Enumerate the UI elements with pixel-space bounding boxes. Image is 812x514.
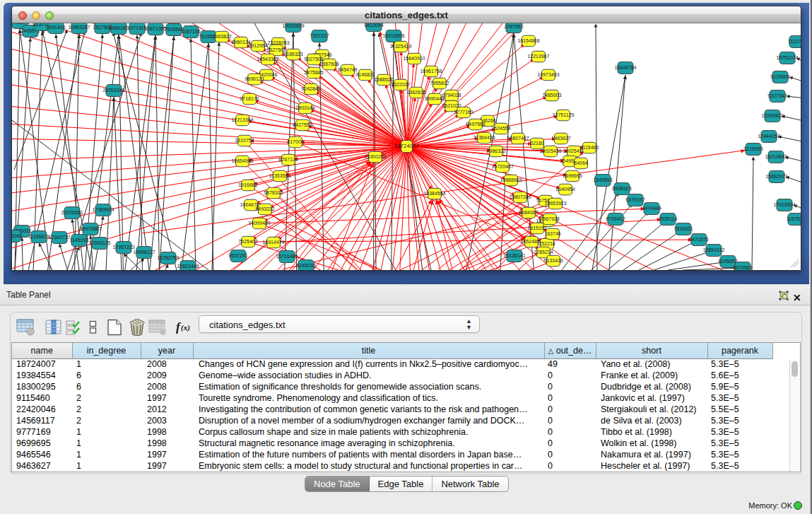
svg-text:16648784: 16648784 <box>614 65 636 70</box>
svg-text:10033809: 10033809 <box>282 23 304 28</box>
svg-text:7625402: 7625402 <box>238 239 257 244</box>
svg-text:11353594: 11353594 <box>269 173 291 178</box>
svg-text:12093872: 12093872 <box>761 113 783 118</box>
svg-text:7986322: 7986322 <box>486 148 505 153</box>
svg-text:12213369: 12213369 <box>231 117 253 122</box>
svg-text:17957223: 17957223 <box>112 245 134 250</box>
svg-text:18653923: 18653923 <box>544 201 566 206</box>
svg-text:8186323: 8186323 <box>283 52 302 57</box>
svg-text:7663822: 7663822 <box>212 34 231 39</box>
svg-text:6966160: 6966160 <box>109 25 128 30</box>
svg-text:9242848: 9242848 <box>301 86 320 91</box>
svg-text:15716485: 15716485 <box>276 254 298 259</box>
svg-text:2087652: 2087652 <box>504 24 523 29</box>
svg-text:1549593: 1549593 <box>593 177 612 182</box>
svg-text:2691416: 2691416 <box>46 25 65 30</box>
svg-text:7567928: 7567928 <box>540 216 559 221</box>
svg-text:16154808: 16154808 <box>517 38 539 43</box>
svg-text:8912954: 8912954 <box>248 43 267 48</box>
svg-text:15136141: 15136141 <box>503 253 525 258</box>
svg-text:8471676: 8471676 <box>689 237 708 242</box>
svg-text:5878312: 5878312 <box>264 190 283 195</box>
svg-text:11325419: 11325419 <box>390 44 412 49</box>
svg-text:8938923: 8938923 <box>612 186 631 191</box>
svg-text:25300203: 25300203 <box>364 154 386 159</box>
svg-text:5493222: 5493222 <box>255 206 274 211</box>
svg-text:62160: 62160 <box>530 141 544 146</box>
svg-text:18807249: 18807249 <box>509 194 531 199</box>
svg-text:16543362: 16543362 <box>257 57 278 62</box>
svg-text:3915342: 3915342 <box>12 233 23 238</box>
svg-text:8813094: 8813094 <box>364 23 383 28</box>
svg-text:9245033: 9245033 <box>296 263 315 268</box>
svg-text:12823448: 12823448 <box>177 264 199 269</box>
svg-text:11156829: 11156829 <box>28 234 49 239</box>
svg-text:817006: 817006 <box>287 139 303 144</box>
svg-text:1067135: 1067135 <box>181 29 200 34</box>
svg-text:3215955: 3215955 <box>743 146 763 151</box>
svg-text:15692971: 15692971 <box>765 174 787 179</box>
svg-text:10025438: 10025438 <box>539 148 561 153</box>
svg-text:5875685: 5875685 <box>304 70 323 75</box>
svg-text:16914479: 16914479 <box>262 240 284 245</box>
svg-text:8454749: 8454749 <box>338 67 357 72</box>
svg-text:18724007: 18724007 <box>394 143 420 149</box>
svg-text:9133426: 9133426 <box>543 258 563 263</box>
svg-text:10654985: 10654985 <box>231 158 253 163</box>
svg-text:8427552: 8427552 <box>293 122 312 127</box>
svg-text:1112744: 1112744 <box>788 39 801 44</box>
svg-text:10688609: 10688609 <box>500 177 522 182</box>
svg-text:19384554: 19384554 <box>423 191 445 196</box>
svg-text:84064: 84064 <box>574 160 588 165</box>
svg-text:6497568: 6497568 <box>466 122 485 127</box>
svg-text:7357227: 7357227 <box>310 33 329 38</box>
svg-text:14958127: 14958127 <box>133 250 155 255</box>
svg-text:163746: 163746 <box>544 231 560 236</box>
svg-text:19218506: 19218506 <box>382 33 404 38</box>
svg-text:1145193: 1145193 <box>70 238 89 243</box>
svg-text:7485003: 7485003 <box>542 93 561 98</box>
svg-text:2718170: 2718170 <box>240 96 259 101</box>
svg-text:7955812: 7955812 <box>430 81 449 86</box>
svg-text:9474444: 9474444 <box>642 206 661 211</box>
svg-text:6379197: 6379197 <box>625 197 645 202</box>
svg-text:9129906: 9129906 <box>770 74 789 79</box>
svg-text:7632621: 7632621 <box>673 226 693 231</box>
svg-text:1615152: 1615152 <box>527 226 546 230</box>
svg-text:9115460: 9115460 <box>580 145 599 150</box>
svg-text:12751125: 12751125 <box>553 112 575 117</box>
svg-text:12444153: 12444153 <box>758 134 779 139</box>
svg-text:2367608: 2367608 <box>319 62 339 66</box>
svg-text:1916682: 1916682 <box>238 182 257 187</box>
svg-text:1463627: 1463627 <box>551 136 570 141</box>
svg-text:8267130: 8267130 <box>278 157 298 162</box>
svg-text:15640910: 15640910 <box>403 56 425 61</box>
svg-text:10973493: 10973493 <box>537 72 559 77</box>
svg-text:12213967: 12213967 <box>527 54 549 59</box>
svg-text:2935114: 2935114 <box>659 216 678 221</box>
svg-text:17359924: 17359924 <box>92 207 114 212</box>
svg-text:9637291: 9637291 <box>228 253 247 258</box>
svg-text:1362615: 1362615 <box>406 90 425 95</box>
svg-text:1167533: 1167533 <box>787 216 801 221</box>
svg-text:8322037: 8322037 <box>391 82 410 87</box>
svg-text:9777169: 9777169 <box>454 110 473 115</box>
svg-text:3624554: 3624554 <box>491 126 510 131</box>
svg-text:39975887: 39975887 <box>79 226 101 231</box>
svg-text:8793412: 8793412 <box>606 216 625 221</box>
svg-text:1588520: 1588520 <box>374 77 393 82</box>
svg-text:17016504: 17016504 <box>773 202 795 207</box>
svg-text:14099489: 14099489 <box>248 221 270 226</box>
svg-text:15751074: 15751074 <box>776 55 798 60</box>
svg-text:8974563: 8974563 <box>733 265 752 270</box>
svg-text:1610754: 1610754 <box>235 138 254 143</box>
svg-text:20206551: 20206551 <box>61 210 83 215</box>
svg-text:9146821: 9146821 <box>355 72 375 77</box>
svg-text:12342737: 12342737 <box>48 235 70 240</box>
svg-text:9896123: 9896123 <box>245 76 264 81</box>
svg-text:16961758: 16961758 <box>420 69 442 74</box>
svg-text:10654112: 10654112 <box>703 247 725 252</box>
svg-text:10853287: 10853287 <box>68 25 90 30</box>
svg-text:9684067: 9684067 <box>519 210 538 215</box>
svg-text:26053346: 26053346 <box>102 88 124 93</box>
